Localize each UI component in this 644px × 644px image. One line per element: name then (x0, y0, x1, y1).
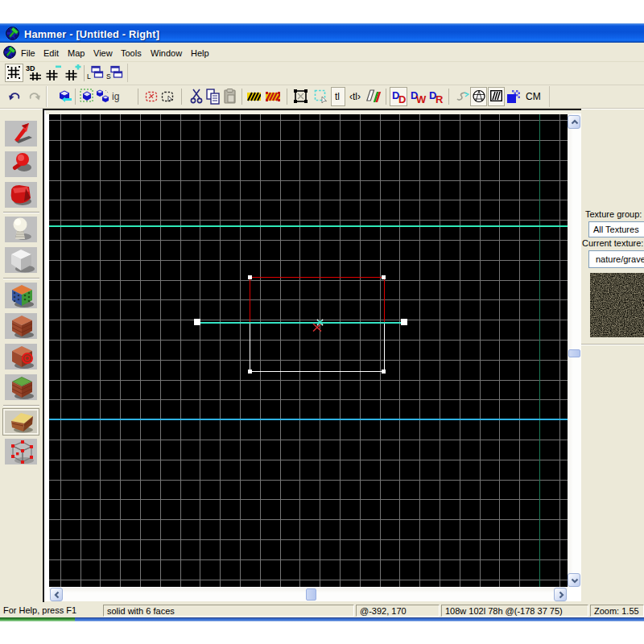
svg-text:L: L (87, 72, 91, 80)
svg-text:3D: 3D (26, 64, 35, 72)
svg-text:S: S (106, 72, 111, 80)
